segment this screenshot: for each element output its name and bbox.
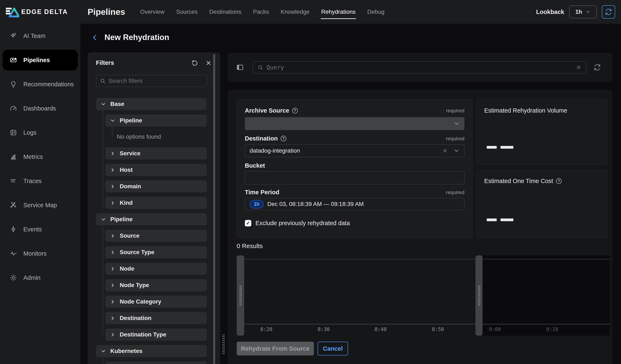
search-icon [258,65,263,70]
content-area: New Rehydration Filters Search filters B… [80,24,621,364]
help-icon[interactable]: ? [292,108,298,113]
axis-tick-label: 9:10 [546,327,558,332]
filter-group-source[interactable]: Source [105,230,207,242]
filter-group-label: Node Type [120,282,149,289]
brush-handle-right[interactable] [475,255,483,336]
tab-destinations[interactable]: Destinations [209,9,241,15]
sidebar: AI TeamPipelinesRecommendationsDashboard… [0,24,80,364]
required-badge: required [446,190,464,195]
chevron-right-icon [110,167,116,173]
filter-group-node[interactable]: Node [105,263,207,275]
filter-group-label: Pipeline [120,117,142,124]
filter-group-label: Kind [120,200,133,206]
lookback-value: 1h [575,9,582,15]
sidebar-item-service-map[interactable]: Service Map [2,195,78,216]
clear-destination-icon[interactable] [442,148,448,154]
filter-group-label: Service [120,150,140,157]
refresh-icon [605,9,612,15]
query-input[interactable]: Query [253,61,586,73]
chevron-down-icon [101,348,106,354]
sidebar-item-logs[interactable]: Logs [2,122,78,143]
lightning-icon [10,225,17,233]
sidebar-item-recommendations[interactable]: Recommendations [2,74,78,95]
clear-query-icon[interactable] [576,64,582,70]
tab-knowledge[interactable]: Knowledge [281,9,310,15]
bucket-input[interactable] [245,171,464,184]
filter-search-input[interactable]: Search filters [96,75,207,87]
archive-source-select[interactable] [245,117,464,130]
help-icon[interactable]: ? [281,136,286,141]
lightbulb-icon [10,81,17,88]
sidebar-item-events[interactable]: Events [2,219,78,240]
filter-group-service[interactable]: Service [105,147,207,159]
filter-group-source-type[interactable]: Source Type [105,246,207,258]
chevron-right-icon [110,233,116,239]
filter-group-destination-type[interactable]: Destination Type [105,329,207,341]
sidebar-item-ai-team[interactable]: AI Team [2,25,78,46]
filter-group-label: Source [120,232,139,239]
toggle-filters-panel-icon[interactable] [236,63,244,71]
run-query-icon[interactable] [594,64,601,71]
filter-tree-line [103,225,103,335]
top-nav-tabs: OverviewSourcesDestinationsPacksKnowledg… [140,9,384,15]
sidebar-item-admin[interactable]: Admin [2,267,78,288]
required-badge: required [446,108,464,114]
filter-group-kind[interactable]: Kind [105,197,207,209]
gear-icon [10,274,17,281]
exclude-rehydrated-checkbox[interactable]: ✓ Exclude previously rehydrated data [245,220,350,227]
time-period-value: Dec 03, 08:18:39 AM — 09:18:39 AM [267,201,364,208]
sidebar-item-pipelines[interactable]: Pipelines [2,50,78,70]
filter-group-node-category[interactable]: Node Category [105,296,207,308]
sidebar-item-dashboards[interactable]: Dashboards [2,98,78,119]
ai-team-icon [10,32,17,40]
filter-group-namespace[interactable]: Namespace [105,362,207,364]
tab-overview[interactable]: Overview [140,9,165,15]
axis-tick-label: 8:40 [375,327,387,332]
estimated-cost-card: Estimated One Time Cost? [477,170,607,238]
sidebar-item-label: Traces [23,178,42,185]
chevron-right-icon [110,315,116,321]
panel-resize-handle[interactable] [222,334,224,355]
tab-packs[interactable]: Packs [253,9,269,15]
help-icon[interactable]: ? [556,178,562,184]
exclude-rehydrated-label: Exclude previously rehydrated data [256,220,350,227]
close-filters-icon[interactable] [205,60,212,66]
filter-group-base[interactable]: Base [96,98,207,110]
time-period-input[interactable]: 1h Dec 03, 08:18:39 AM — 09:18:39 AM [245,198,464,210]
filter-group-destination[interactable]: Destination [105,312,207,324]
axis-tick-label: 9:00 [489,327,501,332]
service-map-icon [10,201,17,209]
sidebar-item-label: Admin [23,274,40,281]
logs-icon [10,129,17,136]
filter-group-host[interactable]: Host [105,164,207,176]
filters-scrollbar[interactable] [213,54,215,364]
sidebar-item-label: Monitors [23,250,47,257]
rehydrate-from-source-button[interactable]: Rehydrate From Source [237,342,314,355]
chevron-down-icon [101,217,106,222]
sidebar-item-traces[interactable]: Traces [2,171,78,191]
back-button[interactable] [91,34,99,41]
refresh-button[interactable] [602,5,615,18]
excluded-time-region [475,255,610,336]
filter-group-node-type[interactable]: Node Type [105,279,207,291]
filter-group-pipeline[interactable]: Pipeline [96,213,207,225]
filter-group-domain[interactable]: Domain [105,180,207,192]
tab-debug[interactable]: Debug [367,9,384,15]
sidebar-item-metrics[interactable]: Metrics [2,146,78,167]
required-badge: required [446,136,464,141]
brush-handle-left[interactable] [237,255,244,336]
filter-group-kubernetes[interactable]: Kubernetes [96,345,207,357]
reset-filters-icon[interactable] [191,60,198,66]
chevron-right-icon [110,282,116,288]
filter-group-pipeline[interactable]: Pipeline [105,114,207,126]
tab-rehydrations[interactable]: Rehydrations [321,9,356,15]
cancel-button[interactable]: Cancel [318,342,348,355]
topbar: EDGEDELTA Pipelines OverviewSourcesDesti… [0,0,621,24]
pulse-icon [10,250,17,257]
sidebar-item-monitors[interactable]: Monitors [2,243,78,264]
destination-select[interactable]: datadog-integration [245,144,464,157]
tab-sources[interactable]: Sources [176,9,198,15]
lookback-select[interactable]: 1h [569,5,597,18]
chart-x-axis [244,324,610,324]
chart-top-border [244,259,610,259]
